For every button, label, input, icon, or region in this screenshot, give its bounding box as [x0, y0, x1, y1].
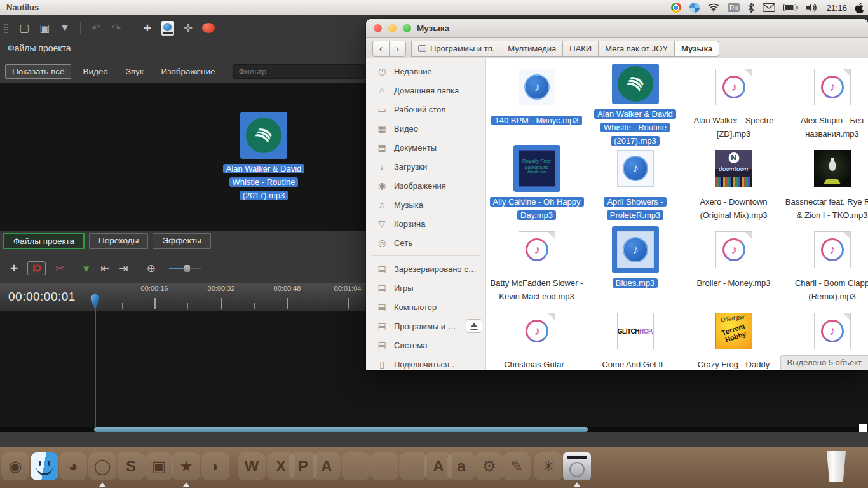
zoom-slider-handle[interactable] [184, 265, 190, 272]
file-item[interactable]: Charli - Boom Clapp (Remix).mp3 [785, 226, 868, 308]
forward-button[interactable]: › [389, 41, 406, 57]
new-project-icon[interactable]: ▢ [18, 22, 31, 35]
chrome-icon[interactable]: ◯ [88, 452, 116, 480]
tab-transitions[interactable]: Переходы [89, 233, 148, 249]
file-item[interactable]: GLITCH HOP. Come And Get It - Razibel.mp… [588, 308, 683, 370]
word-icon[interactable]: W [238, 452, 266, 480]
zoom-slider[interactable] [169, 264, 201, 273]
minimize-button[interactable] [388, 24, 397, 32]
razor-icon[interactable]: ✂ [55, 262, 64, 275]
file-item[interactable]: N downtown Axero - Downtown (Original Mi… [686, 145, 782, 226]
file-item[interactable]: Royalty Free Background Music No Ally Ca… [489, 145, 585, 226]
import-video-icon[interactable] [161, 21, 174, 36]
wifi-icon[interactable] [708, 3, 719, 12]
file-item[interactable]: Broiler - Money.mp3 [686, 226, 782, 308]
crumb-music[interactable]: Музыка [674, 41, 719, 57]
trash-icon[interactable] [825, 451, 848, 482]
file-item[interactable]: April Showers - ProleteR.mp3 [588, 145, 683, 226]
sidebar-item-connect[interactable]: ▯ Подключиться… [366, 355, 485, 370]
sidebar-item-music[interactable]: ♫ Музыка [366, 195, 485, 214]
clock[interactable]: 21:16 [826, 3, 847, 13]
open-project-icon[interactable]: ▣ [38, 22, 51, 35]
volume-icon[interactable] [806, 3, 818, 12]
harddrive-icon[interactable] [563, 452, 591, 480]
project-file-item[interactable]: Alan Walker & David Whistle - Routine (2… [216, 112, 311, 201]
crumb-megapack[interactable]: Мега пак от JOY [598, 41, 675, 57]
screenshot-app-icon[interactable]: ▣ [145, 452, 173, 480]
tab-audio[interactable]: Звук [119, 65, 150, 78]
sidebar-item-downloads[interactable]: ↓ Загрузки [366, 157, 485, 176]
sidebar-item-computer[interactable]: ▤ Компьютер [366, 297, 485, 316]
toolbar-separator[interactable] [132, 22, 132, 34]
file-item[interactable]: Alex Stupin - Без названия.mp3 [785, 64, 868, 145]
ubuntu-icon[interactable]: ◉ [1, 452, 29, 480]
thunderbird-icon[interactable]: ◗ [201, 452, 229, 480]
file-item[interactable]: Christmas Gutar - Akashic Records. [489, 308, 585, 370]
imovie-icon[interactable]: ★ [172, 452, 200, 480]
app-icon[interactable] [342, 452, 370, 480]
shutter-icon[interactable]: ✳ [534, 452, 562, 480]
sidebar-item-pictures[interactable]: ◉ Изображения [366, 176, 485, 195]
file-item[interactable]: 140 BPM - Минус.mp3 [489, 64, 585, 145]
jump-end-icon[interactable]: ⇥ [119, 262, 128, 275]
jump-start-icon[interactable]: ⇤ [100, 262, 109, 275]
appstore-icon[interactable]: A [313, 452, 341, 480]
crumb-paki[interactable]: ПАКИ [562, 41, 599, 57]
resize-handle[interactable] [859, 424, 867, 432]
export-video-icon[interactable] [202, 23, 215, 33]
apple-icon[interactable] [855, 3, 864, 13]
toolbar-separator[interactable] [80, 22, 81, 34]
toolbar-grip[interactable]: ⣿ [3, 23, 10, 33]
system-preferences-icon[interactable]: ⚙ [475, 452, 503, 480]
sidebar-item-programs[interactable]: ▤ Программы и … [366, 316, 485, 336]
file-item[interactable]: Offert par Torrent Hobby Crazy Frog - Da… [686, 308, 782, 370]
file-item[interactable]: Bassnectar feat. Rye Rye & Zion I - TKO.… [785, 145, 868, 226]
redo-icon[interactable]: ↷ [110, 22, 123, 35]
sidebar-item-games[interactable]: ▤ Игры [366, 278, 485, 297]
keynote-icon[interactable]: ✎ [503, 452, 531, 480]
timeline-hscrollbar[interactable] [0, 427, 868, 432]
sidebar-item-trash[interactable]: ▽ Корзина [366, 214, 485, 233]
tab-effects[interactable]: Эффекты [153, 233, 210, 249]
mail-icon[interactable] [763, 3, 775, 12]
tab-image[interactable]: Изображение [155, 65, 222, 78]
sidebar-item-documents[interactable]: ▤ Документы [366, 138, 485, 157]
crumb-multimedia[interactable]: Мултимедиа [501, 41, 563, 57]
zoom-icon[interactable]: ⊕ [147, 262, 156, 275]
firefox-icon[interactable]: ◕ [59, 452, 87, 480]
swirl-tray-icon[interactable] [689, 3, 700, 13]
keyboard-layout-indicator[interactable]: Ru [728, 3, 740, 13]
finder-icon[interactable] [31, 452, 58, 480]
crumb-programs[interactable]: Программы и тп. [411, 41, 501, 57]
sidebar-item-system[interactable]: ▤ Система [366, 336, 485, 355]
sidebar-item-recent[interactable]: ◷ Недавние [366, 62, 485, 81]
amazon-icon[interactable]: a [447, 452, 475, 480]
tab-project-files[interactable]: Файлы проекта [3, 233, 85, 249]
sidebar-item-network[interactable]: ◎ Сеть [366, 233, 485, 252]
timeline-hscrollbar-thumb[interactable] [94, 427, 588, 432]
nautilus-titlebar[interactable]: Музыка [366, 19, 868, 38]
sidebar-item-videos[interactable]: ▦ Видео [366, 119, 485, 138]
undo-icon[interactable]: ↶ [90, 22, 102, 35]
close-button[interactable] [374, 24, 382, 32]
sidebar-item-desktop[interactable]: ▭ Рабочий стол [366, 100, 485, 119]
filter-input[interactable] [233, 64, 365, 79]
app-icon[interactable] [399, 452, 427, 480]
file-item[interactable]: Batty McFadden Slower - Kevin MacLeod.mp… [489, 226, 585, 308]
add-track-icon[interactable]: + [10, 261, 18, 276]
sidebar-item-home[interactable]: ⌂ Домашняя папка [366, 81, 485, 100]
save-project-icon[interactable]: ▼ [58, 22, 71, 34]
profile-icon[interactable]: ✛ [182, 22, 194, 35]
file-item[interactable]: Alan Walker - Spectre [ZD].mp3 [686, 64, 782, 145]
tab-show-all[interactable]: Показать всё [5, 64, 71, 79]
chrome-tray-icon[interactable] [671, 3, 681, 13]
file-item[interactable]: Blues.mp3 [588, 226, 683, 308]
tab-video[interactable]: Видео [76, 65, 114, 78]
bluetooth-icon[interactable] [748, 3, 754, 13]
import-files-icon[interactable]: + [141, 20, 154, 36]
maximize-button[interactable] [403, 24, 411, 32]
file-item[interactable]: Alan Walker & David Whistle - Routine (2… [588, 64, 683, 145]
battery-icon[interactable] [783, 4, 798, 11]
back-button[interactable]: ‹ [372, 41, 390, 57]
app-icon[interactable] [370, 452, 398, 480]
